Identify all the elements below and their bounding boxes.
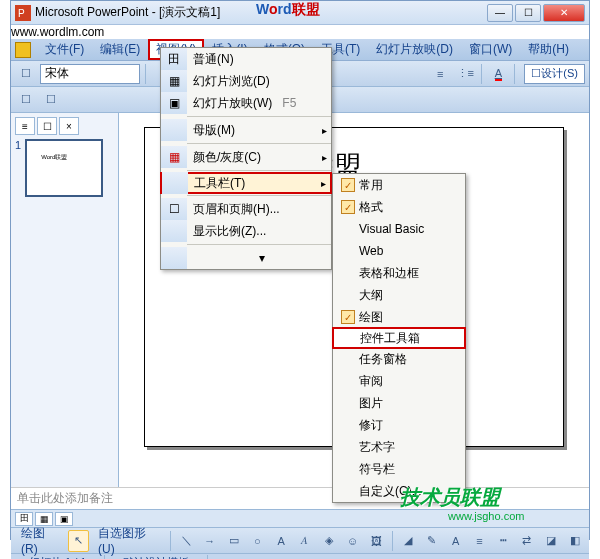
- overlay-url: www.jsgho.com: [448, 510, 524, 522]
- show-icon: ▣: [169, 96, 180, 110]
- close-panel[interactable]: ×: [59, 117, 79, 135]
- 3d-tool[interactable]: ◧: [564, 530, 585, 552]
- autoshape-menu[interactable]: 自选图形(U): [92, 525, 165, 556]
- toolbar-item-7[interactable]: 控件工具箱: [332, 327, 466, 349]
- line-style-tool[interactable]: ≡: [469, 530, 490, 552]
- toolbar-item-10[interactable]: 图片: [333, 392, 465, 414]
- system-icon[interactable]: [15, 42, 31, 58]
- outline-tab[interactable]: ≡: [15, 117, 35, 135]
- rect-tool[interactable]: ▭: [223, 530, 244, 552]
- arrow-style-tool[interactable]: ⇄: [517, 530, 538, 552]
- notes-area[interactable]: 单击此处添加备注: [11, 487, 589, 509]
- svg-text:P: P: [18, 8, 25, 19]
- menu-slideshow[interactable]: 幻灯片放映(D): [368, 39, 461, 60]
- view-expand[interactable]: ▾: [161, 247, 331, 269]
- wordart-tool[interactable]: 𝐴: [295, 530, 316, 552]
- arrow-tool[interactable]: →: [199, 530, 220, 552]
- line-tool[interactable]: ＼: [176, 530, 197, 552]
- view-slideshow[interactable]: ▣幻灯片放映(W)F5: [161, 92, 331, 114]
- slide-panel: ≡ ☐ × 1 Word联盟: [11, 113, 119, 487]
- watermark-url: www.wordlm.com: [11, 25, 589, 39]
- headerfooter-icon: ☐: [169, 202, 180, 216]
- select-tool[interactable]: ↖: [68, 530, 89, 552]
- overlay-logo: 技术员联盟: [400, 484, 500, 511]
- toolbar-item-5[interactable]: 大纲: [333, 284, 465, 306]
- toolbar-item-12[interactable]: 艺术字: [333, 436, 465, 458]
- toolbar-item-6[interactable]: ✓绘图: [333, 306, 465, 328]
- dash-style-tool[interactable]: ┅: [493, 530, 514, 552]
- toolbar-item-4[interactable]: 表格和边框: [333, 262, 465, 284]
- slides-tab[interactable]: ☐: [37, 117, 57, 135]
- view-zoom[interactable]: 显示比例(Z)...: [161, 220, 331, 242]
- status-slide-count: 幻灯片 1 / 1: [11, 555, 105, 559]
- view-color[interactable]: ▦颜色/灰度(C)▸: [161, 146, 331, 168]
- toolbar-item-11[interactable]: 修订: [333, 414, 465, 436]
- slide-thumbnail[interactable]: Word联盟: [25, 139, 103, 197]
- ppt-icon: P: [15, 5, 31, 21]
- thumb-number: 1: [15, 139, 21, 151]
- align-left-button[interactable]: ≡: [429, 63, 451, 85]
- view-master[interactable]: 母版(M)▸: [161, 119, 331, 141]
- bullets-button[interactable]: ⋮≡: [454, 63, 476, 85]
- toolbar-item-8[interactable]: 任务窗格: [333, 348, 465, 370]
- textbox-tool[interactable]: A: [271, 530, 292, 552]
- sorter-icon: ▦: [169, 74, 180, 88]
- shadow-tool[interactable]: ◪: [540, 530, 561, 552]
- normal-icon: 田: [168, 51, 180, 68]
- maximize-button[interactable]: ☐: [515, 4, 541, 22]
- view-normal[interactable]: 田普通(N): [161, 48, 331, 70]
- sorter-view-button[interactable]: ▦: [35, 512, 53, 526]
- font-color-tool[interactable]: A: [445, 530, 466, 552]
- slideshow-view-button[interactable]: ▣: [55, 512, 73, 526]
- menu-file[interactable]: 文件(F): [37, 39, 92, 60]
- font-color-button[interactable]: A: [487, 63, 509, 85]
- view-slidebrowse[interactable]: ▦幻灯片浏览(D): [161, 70, 331, 92]
- fill-color-tool[interactable]: ◢: [398, 530, 419, 552]
- draw-menu[interactable]: 绘图(R): [15, 525, 65, 556]
- toolbar-btn-1[interactable]: ☐: [15, 89, 37, 111]
- menu-edit[interactable]: 编辑(E): [92, 39, 148, 60]
- toolbar-item-0[interactable]: ✓常用: [333, 174, 465, 196]
- chevron-right-icon: ▸: [322, 125, 327, 136]
- design-button[interactable]: ☐ 设计(S): [524, 64, 585, 84]
- minimize-button[interactable]: —: [487, 4, 513, 22]
- font-selector[interactable]: 宋体: [40, 64, 140, 84]
- normal-view-button[interactable]: 田: [15, 512, 33, 526]
- toolbar-btn-2[interactable]: ☐: [40, 89, 62, 111]
- check-icon: ✓: [341, 200, 355, 214]
- watermark-logo: Word联盟: [256, 1, 320, 19]
- chevron-right-icon: ▸: [321, 178, 326, 189]
- oval-tool[interactable]: ○: [247, 530, 268, 552]
- picture-tool[interactable]: 🖼: [366, 530, 387, 552]
- check-icon: ✓: [341, 310, 355, 324]
- line-color-tool[interactable]: ✎: [421, 530, 442, 552]
- toolbar-item-3[interactable]: Web: [333, 240, 465, 262]
- toolbar-item-2[interactable]: Visual Basic: [333, 218, 465, 240]
- status-template: 默认设计模板: [105, 555, 208, 559]
- check-icon: ✓: [341, 178, 355, 192]
- close-button[interactable]: ✕: [543, 4, 585, 22]
- diagram-tool[interactable]: ◈: [318, 530, 339, 552]
- toolbar-item-13[interactable]: 符号栏: [333, 458, 465, 480]
- new-button[interactable]: ☐: [15, 63, 37, 85]
- menu-help[interactable]: 帮助(H): [520, 39, 577, 60]
- toolbar-item-1[interactable]: ✓格式: [333, 196, 465, 218]
- chevron-right-icon: ▸: [322, 152, 327, 163]
- color-icon: ▦: [169, 150, 180, 164]
- view-toolbar[interactable]: 工具栏(T)▸: [160, 172, 332, 194]
- toolbar-item-9[interactable]: 审阅: [333, 370, 465, 392]
- menu-window[interactable]: 窗口(W): [461, 39, 520, 60]
- view-headerfooter[interactable]: ☐页眉和页脚(H)...: [161, 198, 331, 220]
- toolbar-submenu: ✓常用✓格式Visual BasicWeb表格和边框大纲✓绘图控件工具箱任务窗格…: [332, 173, 466, 503]
- clipart-tool[interactable]: ☺: [342, 530, 363, 552]
- view-dropdown: 田普通(N) ▦幻灯片浏览(D) ▣幻灯片放映(W)F5 母版(M)▸ ▦颜色/…: [160, 47, 332, 270]
